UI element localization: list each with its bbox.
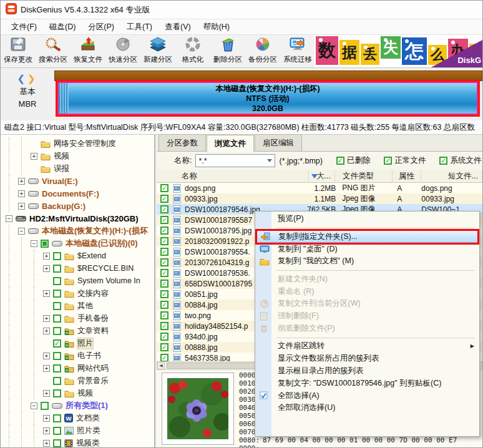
expand-icon[interactable]: + [43, 415, 50, 422]
tree-item[interactable]: ✓照片 [1, 337, 154, 349]
expand-icon[interactable]: + [43, 427, 50, 434]
file-checkbox-checked[interactable]: ✓ [160, 333, 168, 341]
file-checkbox-checked[interactable]: ✓ [160, 311, 168, 319]
column-header-name[interactable]: 名称 [178, 170, 309, 183]
tree-checkbox[interactable] [53, 302, 61, 310]
file-checkbox-checked[interactable]: ✓ [160, 258, 168, 266]
tree-checkbox[interactable] [53, 414, 61, 422]
tree-checkbox[interactable] [41, 240, 49, 248]
tree-checkbox[interactable] [53, 290, 61, 298]
file-checkbox-checked[interactable]: ✓ [160, 354, 168, 361]
menu-item[interactable]: 显示根目录占用的簇列表 [256, 365, 478, 377]
collapse-icon[interactable]: − [31, 240, 37, 247]
tree-item[interactable]: +Documents(F:) [1, 187, 154, 200]
checkbox-checked-icon[interactable]: ✓ [439, 157, 447, 165]
checkbox-checked-icon[interactable]: ✓ [384, 157, 392, 165]
menubar-item-v[interactable]: 查看(V) [159, 20, 197, 34]
tree-item[interactable]: −本地磁盘(恢复文件)(H:)-(损坏 [1, 225, 154, 237]
toolbar-button-7[interactable]: 删除分区 [210, 35, 245, 67]
filter-pattern-combobox[interactable]: *.* [195, 154, 275, 167]
checkbox-checked-icon[interactable]: ✓ [336, 157, 344, 165]
column-header-short[interactable]: 短文件... [425, 170, 482, 183]
tree-item[interactable]: −HD2:MsftVirtualDisk(320GB) [1, 212, 154, 225]
collapse-icon[interactable]: − [31, 402, 37, 409]
filter-checkbox-正常文件[interactable]: ✓正常文件 [384, 155, 426, 166]
expand-icon[interactable]: + [43, 353, 50, 359]
tree-checkbox[interactable] [53, 327, 61, 335]
file-checkbox-checked[interactable]: ✓ [160, 216, 168, 224]
tab-inactive[interactable]: 扇区编辑 [255, 134, 302, 151]
tree-item[interactable]: +手机备份 [1, 312, 154, 324]
tree-checkbox[interactable] [53, 314, 61, 323]
tab-inactive[interactable]: 分区参数 [159, 134, 206, 151]
tree-item[interactable]: +交接内容 [1, 287, 154, 299]
scroll-left-arrow[interactable]: ◀ [157, 362, 165, 369]
file-row[interactable]: ✓00933.jpg1.1MBJpeg 图像A00933.jpg [157, 193, 482, 204]
file-checkbox-checked[interactable]: ✓ [160, 343, 168, 351]
toolbar-button-1[interactable]: 保存更改 [1, 35, 36, 67]
menubar-item-d[interactable]: 磁盘(D) [44, 20, 81, 34]
expand-icon[interactable]: + [43, 315, 50, 322]
expand-icon[interactable]: + [18, 190, 25, 197]
tree-item[interactable]: +电子书 [1, 349, 154, 362]
menubar-item-p[interactable]: 分区(P) [82, 20, 120, 34]
file-checkbox-checked[interactable]: ✓ [160, 226, 168, 235]
menu-item[interactable]: 显示文件数据所占用的簇列表 [256, 353, 478, 365]
menu-item[interactable]: 复制到 "桌面" (D) [256, 243, 478, 255]
menubar-item-t[interactable]: 工具(T) [121, 20, 158, 34]
toolbar-button-9[interactable]: 系统迁移 [280, 35, 315, 67]
tree-checkbox[interactable] [53, 364, 61, 373]
column-header-type[interactable]: 文件类型 [339, 170, 393, 183]
tree-checkbox[interactable] [53, 277, 61, 285]
toolbar-button-3[interactable]: 恢复文件 [71, 35, 105, 67]
file-checkbox-checked[interactable]: ✓ [160, 290, 168, 298]
file-checkbox-checked[interactable]: ✓ [160, 322, 168, 330]
expand-icon[interactable]: + [18, 178, 25, 185]
menu-item[interactable]: 全部取消选择(U) [256, 402, 478, 414]
tab-active[interactable]: 浏览文件 [207, 135, 254, 152]
file-checkbox-checked[interactable]: ✓ [160, 237, 168, 245]
menu-item[interactable]: 复制到指定文件夹(S)... [256, 230, 478, 243]
partition-block[interactable]: 本地磁盘(恢复文件)(H:)-(损坏) NTFS (活动) 320.0GB [57, 82, 478, 115]
tree-item[interactable]: 其他 [1, 299, 154, 312]
column-header-attr[interactable]: 属性 [395, 170, 421, 183]
tree-item[interactable]: +视频 [1, 387, 154, 399]
expand-icon[interactable]: + [18, 203, 25, 210]
file-row[interactable]: ✓dogs.png1.2MBPNG 图片Adogs.png [157, 183, 482, 193]
expand-icon[interactable]: + [43, 440, 50, 447]
tree-item[interactable]: +W文档类 [1, 412, 154, 424]
expand-icon[interactable]: + [43, 290, 50, 297]
file-checkbox-checked[interactable]: ✓ [160, 184, 168, 192]
tree-item[interactable]: 背景音乐 [1, 374, 154, 387]
tree-checkbox[interactable] [53, 377, 61, 385]
tree-item[interactable]: +网站代码 [1, 362, 154, 374]
file-checkbox-checked[interactable]: ✓ [160, 269, 168, 277]
tree-checkbox[interactable] [41, 402, 49, 410]
menu-item[interactable]: 文件扇区跳转▶ [256, 340, 478, 353]
tree-item[interactable]: 网络安全管理制度 [1, 137, 154, 150]
collapse-icon[interactable]: − [6, 215, 12, 222]
tree-checkbox[interactable] [53, 352, 61, 360]
tree-item[interactable]: 误报 [1, 162, 154, 175]
expand-icon[interactable]: + [43, 265, 50, 272]
expand-icon[interactable]: + [43, 328, 50, 334]
filter-checkbox-已删除[interactable]: ✓已删除 [336, 155, 371, 166]
tree-item[interactable]: −本地磁盘(已识别)(0) [1, 237, 154, 250]
expand-icon[interactable]: + [31, 153, 37, 160]
tree-item[interactable]: −所有类型(1) [1, 399, 154, 412]
toolbar-button-6[interactable]: 格式化 [175, 35, 210, 67]
tree-item[interactable]: +Backup(G:) [1, 200, 154, 212]
file-checkbox-checked[interactable]: ✓ [160, 248, 168, 256]
tree-checkbox[interactable] [53, 427, 61, 435]
tree-checkbox[interactable]: ✓ [53, 339, 61, 348]
toolbar-button-2[interactable]: 搜索分区 [36, 35, 71, 67]
file-checkbox-checked[interactable]: ✓ [160, 195, 168, 203]
nav-right-arrow-icon[interactable]: ❯ [27, 73, 38, 84]
file-checkbox-checked[interactable]: ✓ [160, 280, 168, 288]
toolbar-button-4[interactable]: 快速分区 [105, 35, 140, 67]
menu-item[interactable]: 复制文字: "DSW10001879546.jpg" 到剪贴板(C) [256, 377, 478, 389]
toolbar-button-5[interactable]: 新建分区 [140, 35, 175, 67]
tree-checkbox[interactable] [53, 252, 61, 260]
menu-item[interactable]: 全部选择(A) [256, 389, 478, 402]
tree-item[interactable]: +$RECYCLE.BIN [1, 262, 154, 275]
